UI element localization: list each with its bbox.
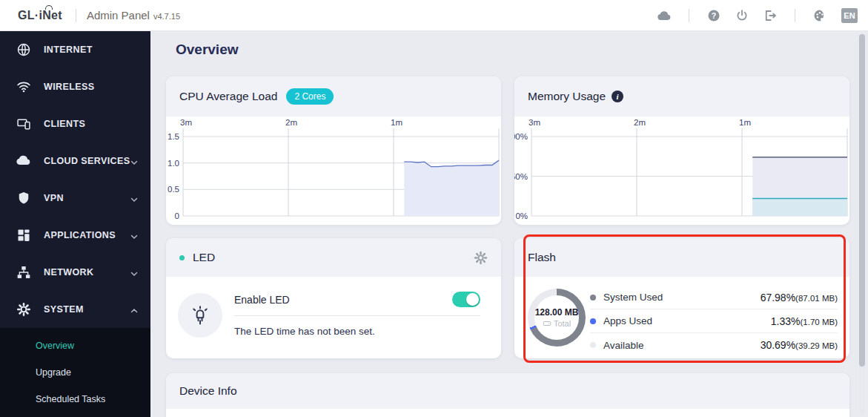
language-badge[interactable]: EN <box>841 8 858 23</box>
scrollbar-track[interactable] <box>859 33 865 416</box>
chevron-down-icon <box>130 268 139 281</box>
flash-total-value: 128.00 MB <box>535 307 579 318</box>
logo-wifi-arc-icon <box>45 5 53 10</box>
legend-row-system-used: System Used 67.98%(87.01 MB) <box>590 286 838 309</box>
legend-percent: 67.98% <box>761 292 795 303</box>
header-actions: ? EN <box>650 6 858 25</box>
cpu-card-title: CPU Average Load <box>179 90 277 103</box>
sidebar-item-label: INTERNET <box>44 45 93 55</box>
enable-led-toggle[interactable] <box>452 292 480 307</box>
submenu-item-upgrade[interactable]: Upgrade <box>0 359 150 386</box>
sidebar-nav: INTERNET WIRELESS CLIENTS CLOUD SERVICES <box>0 31 150 417</box>
top-header: GL·iNet Admin Panel v4.7.15 ? EN <box>0 0 868 31</box>
sidebar-item-label: SYSTEM <box>44 304 84 315</box>
disk-icon <box>543 319 551 328</box>
chevron-down-icon <box>130 231 139 244</box>
sidebar-item-wireless[interactable]: WIRELESS <box>0 68 150 105</box>
header-divider <box>76 9 76 22</box>
legend-label: Apps Used <box>603 315 652 326</box>
header-divider <box>689 9 689 22</box>
sidebar-item-internet[interactable]: INTERNET <box>0 31 150 68</box>
legend-label: System Used <box>603 292 663 303</box>
svg-text:?: ? <box>712 10 716 19</box>
divider <box>234 315 480 316</box>
svg-text:3m: 3m <box>180 118 192 127</box>
svg-text:2m: 2m <box>634 118 646 127</box>
svg-text:0%: 0% <box>515 211 528 220</box>
shield-icon <box>16 191 31 206</box>
svg-text:100%: 100% <box>514 132 528 141</box>
led-card-body: Enable LED The LED time has not been set… <box>166 277 501 358</box>
device-info-title: Device Info <box>179 384 237 398</box>
svg-text:3m: 3m <box>529 118 540 127</box>
legend-percent: 30.69% <box>761 339 795 351</box>
led-bulb-icon <box>178 293 222 338</box>
svg-text:2m: 2m <box>285 118 297 127</box>
chevron-up-icon <box>130 305 139 318</box>
legend-dot <box>590 318 596 324</box>
system-submenu: Overview Upgrade Scheduled Tasks <box>0 328 150 417</box>
legend-dot <box>590 342 596 348</box>
info-icon[interactable]: i <box>612 91 623 102</box>
legend-size: (39.29 MB) <box>795 341 838 350</box>
sidebar-item-label: NETWORK <box>44 267 93 278</box>
sidebar-item-applications[interactable]: APPLICATIONS <box>0 217 150 254</box>
apps-grid-icon <box>16 228 31 243</box>
flash-donut-center: 128.00 MB Total <box>534 295 579 340</box>
legend-row-available: Available 30.69%(39.29 MB) <box>590 333 838 357</box>
sidebar-item-cloud-services[interactable]: CLOUD SERVICES <box>0 142 150 180</box>
admin-panel-window: GL·iNet Admin Panel v4.7.15 ? EN <box>0 0 868 417</box>
app-title: Admin Panel <box>87 9 150 22</box>
legend-size: (1.70 MB) <box>801 318 838 326</box>
svg-text:50%: 50% <box>514 172 528 181</box>
svg-text:1.5: 1.5 <box>168 132 179 141</box>
chevron-down-icon <box>130 194 139 207</box>
network-icon <box>16 265 31 280</box>
scrollbar-thumb[interactable] <box>859 34 865 367</box>
sidebar-item-clients[interactable]: CLIENTS <box>0 105 150 142</box>
main-content: Overview CPU Average Load 2 Cores 1.51.0… <box>150 31 868 417</box>
cpu-load-chart: 1.51.00.503m2m1m <box>166 116 501 225</box>
svg-text:0: 0 <box>175 211 179 220</box>
toggle-knob <box>466 293 479 306</box>
sidebar-item-system[interactable]: SYSTEM <box>0 291 150 328</box>
led-settings-gear-icon[interactable] <box>474 251 488 265</box>
flash-donut-chart: 128.00 MB Total <box>528 289 586 347</box>
cpu-card-header: CPU Average Load 2 Cores <box>166 76 501 116</box>
device-info-header: Device Info <box>166 373 849 409</box>
flash-legend: System Used 67.98%(87.01 MB) Apps Used 1… <box>590 286 838 357</box>
devices-icon <box>16 116 31 131</box>
submenu-item-overview[interactable]: Overview <box>0 332 150 359</box>
device-info-card: Device Info <box>166 373 849 417</box>
led-status-dot <box>179 255 185 260</box>
cloud-status-icon[interactable] <box>650 6 678 25</box>
legend-size: (87.01 MB) <box>795 294 838 303</box>
glinet-logo: GL·iNet <box>18 9 62 22</box>
led-card-title: LED <box>193 251 215 264</box>
svg-text:0.5: 0.5 <box>168 185 179 194</box>
power-icon[interactable] <box>728 6 756 25</box>
wifi-icon <box>16 79 31 94</box>
legend-label: Available <box>603 340 644 351</box>
flash-total-sub: Total <box>543 319 571 328</box>
sidebar-item-label: CLIENTS <box>44 119 85 129</box>
cloud-icon <box>16 154 31 168</box>
theme-palette-icon[interactable] <box>806 6 834 25</box>
help-icon[interactable]: ? <box>700 6 728 25</box>
sidebar-item-network[interactable]: NETWORK <box>0 254 150 291</box>
legend-percent: 1.33% <box>771 315 801 327</box>
globe-icon <box>16 42 31 57</box>
sidebar-item-label: APPLICATIONS <box>44 230 116 240</box>
memory-usage-card: Memory Usage i 100%50%0%3m2m1m <box>514 76 849 225</box>
header-divider <box>795 9 795 22</box>
cores-badge: 2 Cores <box>286 88 334 105</box>
flash-card-title: Flash <box>528 251 556 264</box>
submenu-item-scheduled-tasks[interactable]: Scheduled Tasks <box>0 386 150 413</box>
page-title: Overview <box>176 42 239 58</box>
sidebar-item-vpn[interactable]: VPN <box>0 180 150 217</box>
cpu-load-card: CPU Average Load 2 Cores 1.51.00.503m2m1… <box>166 76 501 225</box>
memory-card-header: Memory Usage i <box>514 76 849 116</box>
sidebar-item-label: WIRELESS <box>44 82 94 92</box>
legend-row-apps-used: Apps Used 1.33%(1.70 MB) <box>590 309 838 333</box>
logout-icon[interactable] <box>756 6 784 25</box>
